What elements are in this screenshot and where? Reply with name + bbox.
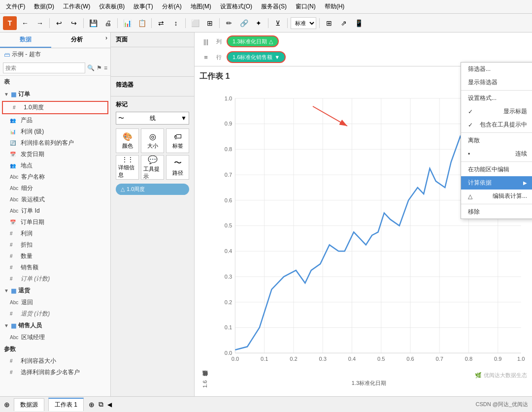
params-header[interactable]: 参数 xyxy=(0,343,110,355)
tooltip-button[interactable]: 🔗 xyxy=(237,17,250,30)
row-pill[interactable]: 1.6标准化销售额 ▼ xyxy=(227,51,286,63)
menu-discrete[interactable]: 离散 xyxy=(461,134,532,147)
marks-pill[interactable]: △ 1.0周度 xyxy=(116,184,189,195)
undo-button[interactable]: ↩ xyxy=(53,17,66,30)
sheet-tab[interactable]: 工作表 1 xyxy=(48,398,84,411)
collapse-arrow[interactable]: › xyxy=(102,32,110,48)
forward-button[interactable]: → xyxy=(33,17,46,30)
copy-sheet-icon[interactable]: ⧉ xyxy=(99,400,103,409)
col-pill[interactable]: 1.3标准化日期 △ xyxy=(227,35,279,47)
save-button[interactable]: 💾 xyxy=(87,17,100,30)
menu-format[interactable]: 设置格式... xyxy=(461,92,532,105)
swap-button[interactable]: ⇄ xyxy=(155,17,167,30)
field-ship-mode[interactable]: Abc 装运模式 xyxy=(0,194,110,205)
section-returns[interactable]: ▼ ▦ 退货 xyxy=(0,285,110,297)
shelf-area: ||| 列 1.3标准化日期 △ ≡ 行 1.6标准化销售额 ▼ xyxy=(195,32,532,66)
add-sheet-icon[interactable]: ⊕ xyxy=(89,401,95,409)
menu-continuous[interactable]: • 连续 xyxy=(461,147,532,160)
menu-data[interactable]: 数据(D) xyxy=(30,1,58,12)
search-input[interactable] xyxy=(3,63,85,73)
path-button[interactable]: 〜 路径 xyxy=(166,155,189,180)
menu-edit-field[interactable]: 在功能区中编辑 xyxy=(461,163,532,176)
field-1-0-week[interactable]: # 1.0周度 xyxy=(2,101,108,114)
share-button[interactable]: ⇗ xyxy=(337,17,350,30)
menu-help[interactable]: 帮助(H) xyxy=(321,1,349,12)
grid-button[interactable]: ⊞ xyxy=(323,17,335,30)
back-button[interactable]: ← xyxy=(19,17,32,30)
section-orders[interactable]: ▼ ▦ 订单 xyxy=(0,88,110,100)
add-datasource-icon[interactable]: ⊕ xyxy=(4,401,10,409)
menu-window[interactable]: 窗口(N) xyxy=(292,1,320,12)
filter-button[interactable]: ⊻ xyxy=(271,17,284,30)
tab-data[interactable]: 数据 xyxy=(0,32,51,48)
menu-server[interactable]: 服务器(S) xyxy=(257,1,291,12)
abc2-icon: Abc xyxy=(10,186,18,191)
redo-button[interactable]: ↪ xyxy=(67,17,80,30)
new-datasource-button[interactable]: 📊 xyxy=(121,17,133,30)
search-icon[interactable]: 🔍 xyxy=(87,64,95,71)
view-select[interactable]: 标准 xyxy=(291,17,316,29)
field-order-id[interactable]: Abc 订单 Id xyxy=(0,205,110,217)
color-button[interactable]: 🎨 颜色 xyxy=(116,128,139,153)
field-segment[interactable]: Abc 细分 xyxy=(0,183,110,194)
menu-worksheet[interactable]: 工作表(W) xyxy=(59,1,94,12)
field-return-count[interactable]: # 退货 (计数) xyxy=(0,308,110,319)
annotate-button[interactable]: ✦ xyxy=(252,17,265,30)
field-profit-rank[interactable]: 🔄 利润排名前列的客户 xyxy=(0,137,110,149)
field-quantity[interactable]: # 数量 xyxy=(0,251,110,262)
menu-analysis[interactable]: 分析(A) xyxy=(158,1,186,12)
fit-button[interactable]: ⊞ xyxy=(203,17,216,30)
highlight-button[interactable]: ✏ xyxy=(223,17,235,30)
show-me-button[interactable]: ⬜ xyxy=(189,17,201,30)
sort-button[interactable]: ↕ xyxy=(169,17,182,30)
field-product[interactable]: 👥 产品 xyxy=(0,115,110,126)
menu-remove[interactable]: 移除 xyxy=(461,205,532,219)
field-profit-level[interactable]: 📊 利润 (级) xyxy=(0,126,110,137)
menu-show-title[interactable]: ✓ 显示标题 xyxy=(461,105,532,118)
section-sales[interactable]: ▼ ▦ 销售人员 xyxy=(0,319,110,332)
param-profit-top[interactable]: # 选择利润前多少名客户 xyxy=(0,367,110,378)
label-button[interactable]: 🏷 标签 xyxy=(166,128,189,153)
field-ship-date[interactable]: 📅 发货日期 xyxy=(0,149,110,160)
detail-button[interactable]: ⋮⋮ 详细信息 xyxy=(116,155,139,180)
tab-analysis[interactable]: 分析 xyxy=(51,32,102,48)
field-customer-name[interactable]: Abc 客户名称 xyxy=(0,171,110,183)
field-return[interactable]: Abc 退回 xyxy=(0,297,110,308)
csdn-label: CSDN @阿达_优阅达 xyxy=(475,401,528,408)
scroll-left-icon[interactable]: ◀ xyxy=(107,401,112,408)
menu-format[interactable]: 设置格式(O) xyxy=(216,1,256,12)
field-sales[interactable]: # 销售额 xyxy=(0,262,110,273)
field-profit[interactable]: # 利润 xyxy=(0,228,110,239)
marks-type-dropdown[interactable]: 〜 线 ▼ xyxy=(116,112,189,125)
field-region-manager[interactable]: Abc 区域经理 xyxy=(0,332,110,343)
menu-compute-using[interactable]: 计算依据 ▶ xyxy=(461,176,532,190)
field-order-count[interactable]: # 订单 (计数) xyxy=(0,273,110,285)
hash8-icon: # xyxy=(10,358,18,364)
menu-tooltip-include[interactable]: ✓ 包含在工具提示中 xyxy=(461,118,532,131)
menu-dashboard[interactable]: 仪表板(B) xyxy=(95,1,129,12)
filter-icon[interactable]: ⚑ xyxy=(97,64,102,71)
param-profit-size[interactable]: # 利润容器大小 xyxy=(0,355,110,367)
paste-button[interactable]: 📋 xyxy=(135,17,148,30)
menu-file[interactable]: 文件(F) xyxy=(2,1,29,12)
tooltip-button[interactable]: 💬 工具提示 xyxy=(141,155,164,180)
size-label: 大小 xyxy=(147,142,158,150)
field-location[interactable]: 👥 地点 xyxy=(0,160,110,171)
field-name: 数量 xyxy=(21,252,33,260)
device-button[interactable]: 📱 xyxy=(352,17,365,30)
menu-story[interactable]: 故事(T) xyxy=(130,1,157,12)
line-icon: 〜 xyxy=(118,114,124,123)
table-section-header[interactable]: 表 xyxy=(0,76,110,88)
menu-filter[interactable]: 筛选器... xyxy=(461,63,532,76)
view-icon[interactable]: ≡ xyxy=(104,64,107,71)
field-discount[interactable]: # 折扣 xyxy=(0,239,110,251)
menu-edit-table-calc[interactable]: △ 编辑表计算... xyxy=(461,190,532,203)
field-order-date[interactable]: 📅 订单日期 xyxy=(0,217,110,228)
size-button[interactable]: ◎ 大小 xyxy=(141,128,164,153)
datasource-tab[interactable]: 数据源 xyxy=(14,398,44,411)
print-button[interactable]: 🖨 xyxy=(101,17,114,30)
data-source[interactable]: 🗃 示例 - 超市 xyxy=(0,48,110,61)
menu-show-filter[interactable]: 显示筛选器 xyxy=(461,76,532,89)
menu-map[interactable]: 地图(M) xyxy=(187,1,215,12)
marks-title: 标记 xyxy=(116,100,189,109)
